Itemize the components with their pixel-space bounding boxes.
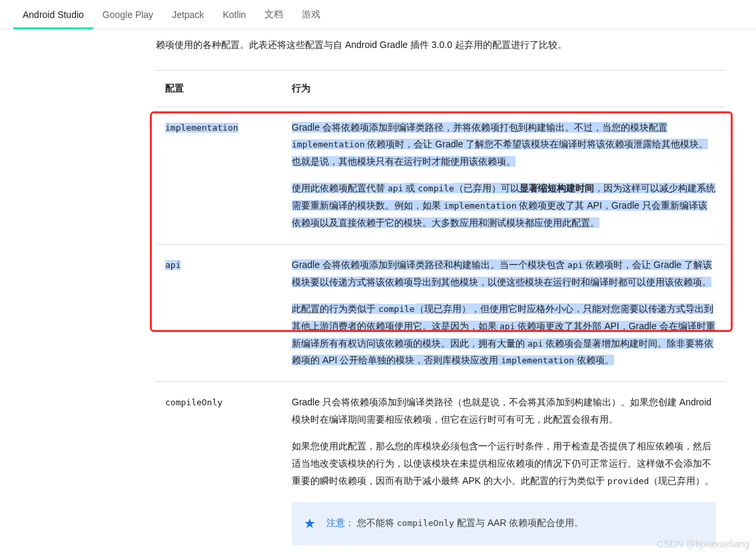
note-label: 注意： <box>326 517 354 528</box>
behavior-cell: Gradle 会将依赖项添加到编译类路径和构建输出。当一个模块包含 api 依赖… <box>282 244 725 381</box>
note-box: ★ 注意： 您不能将 compileOnly 配置与 AAR 依赖项配合使用。 <box>292 502 716 545</box>
behavior-cell: Gradle 会将依赖项添加到编译类路径，并将依赖项打包到构建输出。不过，当您的… <box>282 107 725 244</box>
intro-paragraph: 赖项使用的各种配置。此表还将这些配置与自 Android Gradle 插件 3… <box>156 36 725 54</box>
main-content: 赖项使用的各种配置。此表还将这些配置与自 Android Gradle 插件 3… <box>0 29 756 552</box>
header-behavior: 行为 <box>282 70 725 107</box>
config-cell: implementation <box>156 107 282 244</box>
nav-tab-kotlin[interactable]: Kotlin <box>213 0 255 29</box>
nav-tab-games[interactable]: 游戏 <box>292 0 330 29</box>
star-icon: ★ <box>304 511 316 536</box>
config-cell: api <box>156 244 282 381</box>
table-row: compileOnly Gradle 只会将依赖项添加到编译类路径（也就是说，不… <box>156 382 725 552</box>
config-table: 配置 行为 implementation Gradle 会将依赖项添加到编译类路… <box>156 70 725 552</box>
nav-tab-android-studio[interactable]: Android Studio <box>13 0 93 29</box>
header-config: 配置 <box>156 70 282 107</box>
table-row: api Gradle 会将依赖项添加到编译类路径和构建输出。当一个模块包含 ap… <box>156 244 725 381</box>
nav-tab-jetpack[interactable]: Jetpack <box>163 0 213 29</box>
config-cell: compileOnly <box>156 382 282 552</box>
behavior-cell: Gradle 只会将依赖项添加到编译类路径（也就是说，不会将其添加到构建输出）。… <box>282 382 725 552</box>
nav-tab-google-play[interactable]: Google Play <box>93 0 163 29</box>
table-row: implementation Gradle 会将依赖项添加到编译类路径，并将依赖… <box>156 107 725 244</box>
top-nav: Android Studio Google Play Jetpack Kotli… <box>0 0 756 29</box>
nav-tab-docs[interactable]: 文档 <box>255 0 292 29</box>
